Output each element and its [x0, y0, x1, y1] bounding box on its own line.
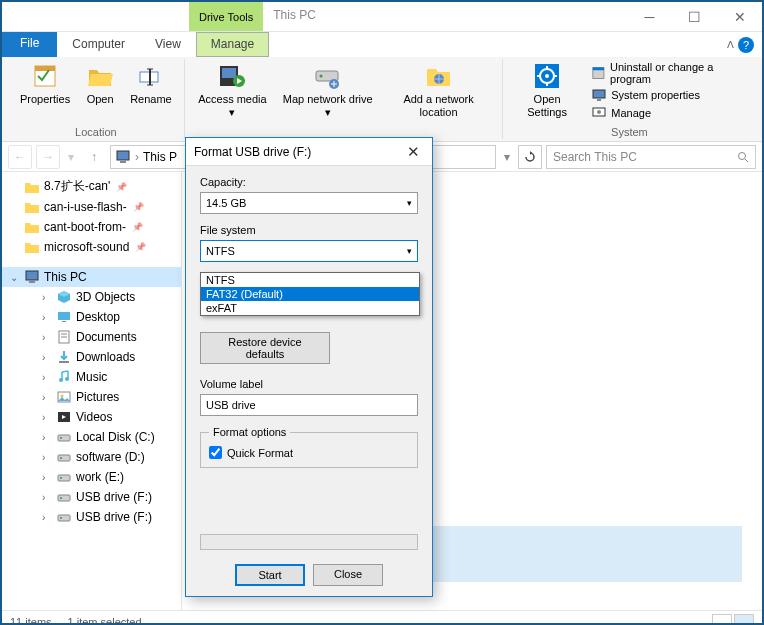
search-input[interactable]: Search This PC [546, 145, 756, 169]
refresh-button[interactable] [518, 145, 542, 169]
status-item-count: 11 items [10, 616, 52, 626]
quick-format-checkbox[interactable]: Quick Format [209, 446, 409, 459]
format-dialog: Format USB drive (F:) ✕ Capacity: 14.5 G… [185, 137, 433, 597]
restore-defaults-button[interactable]: Restore device defaults [200, 332, 330, 364]
help-icon[interactable]: ? [738, 37, 754, 53]
svg-rect-32 [26, 271, 38, 280]
svg-point-30 [739, 152, 746, 159]
view-large-icons-button[interactable] [734, 614, 754, 626]
uninstall-icon [591, 65, 606, 81]
tree-item[interactable]: 8.7扩长-can' [2, 176, 181, 197]
uninstall-program-button[interactable]: Uninstall or change a program [591, 61, 746, 85]
start-button[interactable]: Start [235, 564, 305, 586]
nav-history-button[interactable]: ▾ [64, 145, 78, 169]
tree-item[interactable]: ›USB drive (F:) [2, 487, 181, 507]
manage-button[interactable]: Manage [591, 105, 746, 121]
svg-rect-41 [59, 361, 69, 363]
system-icon [591, 87, 607, 103]
tab-file[interactable]: File [2, 32, 57, 57]
view-details-button[interactable] [712, 614, 732, 626]
map-network-drive-button[interactable]: Map network drive ▾ [276, 59, 379, 137]
address-dropdown-button[interactable]: ▾ [500, 150, 514, 164]
nav-back-button[interactable]: ← [8, 145, 32, 169]
tab-view[interactable]: View [140, 32, 196, 57]
tree-item[interactable]: ›Desktop [2, 307, 181, 327]
tree-item[interactable]: cant-boot-from- [2, 217, 181, 237]
tree-item[interactable]: ›Music [2, 367, 181, 387]
svg-rect-54 [58, 495, 70, 501]
filesystem-option[interactable]: FAT32 (Default) [201, 287, 419, 301]
svg-point-43 [65, 377, 69, 381]
open-settings-button[interactable]: Open Settings [509, 59, 585, 125]
capacity-select[interactable]: 14.5 GB▾ [200, 192, 418, 214]
filesystem-option[interactable]: exFAT [201, 301, 419, 315]
format-options-group: Format options Quick Format [200, 426, 418, 468]
tree-item[interactable]: ›Pictures [2, 387, 181, 407]
dialog-title: Format USB drive (F:) [194, 145, 311, 159]
tree-item[interactable]: ›Documents [2, 327, 181, 347]
ribbon: Properties Open Rename Location Access m… [2, 57, 762, 142]
search-icon [737, 151, 749, 163]
folder-icon [24, 179, 40, 195]
rename-button[interactable]: Rename [124, 59, 178, 125]
access-media-button[interactable]: Access media ▾ [191, 59, 274, 137]
window-title: This PC [263, 2, 627, 31]
contextual-tab-drive-tools: Drive Tools [189, 2, 263, 31]
svg-point-16 [545, 74, 549, 78]
volume-label-input[interactable] [200, 394, 418, 416]
tree-this-pc[interactable]: ⌄ This PC [2, 267, 181, 287]
tree-item[interactable]: ›Downloads [2, 347, 181, 367]
window-titlebar: Drive Tools This PC ─ ☐ ✕ [2, 2, 762, 32]
refresh-icon [524, 151, 536, 163]
tree-item[interactable]: ›3D Objects [2, 287, 181, 307]
tree-item[interactable]: ›Local Disk (C:) [2, 427, 181, 447]
tree-item[interactable]: microsoft-sound [2, 237, 181, 257]
tree-item[interactable]: ›Videos [2, 407, 181, 427]
tree-item[interactable]: ›work (E:) [2, 467, 181, 487]
tab-manage[interactable]: Manage [196, 32, 269, 57]
filesystem-option[interactable]: NTFS [201, 273, 419, 287]
rename-icon [136, 61, 166, 91]
tree-item[interactable]: ›software (D:) [2, 447, 181, 467]
add-network-location-button[interactable]: Add a network location [381, 59, 496, 137]
filesystem-dropdown[interactable]: NTFSFAT32 (Default)exFAT [200, 272, 420, 316]
svg-point-42 [59, 378, 63, 382]
folder-icon [24, 219, 40, 235]
minimize-button[interactable]: ─ [627, 2, 672, 31]
close-button[interactable]: Close [313, 564, 383, 586]
svg-rect-22 [593, 67, 604, 70]
filesystem-select[interactable]: NTFS▾ [200, 240, 418, 262]
nav-up-button[interactable]: ↑ [82, 145, 106, 169]
svg-rect-37 [62, 321, 66, 322]
media-icon [217, 61, 247, 91]
maximize-button[interactable]: ☐ [672, 2, 717, 31]
svg-rect-24 [597, 99, 601, 101]
ribbon-group-location-label: Location [75, 125, 117, 139]
svg-point-11 [319, 75, 322, 78]
properties-icon [30, 61, 60, 91]
settings-icon [532, 61, 562, 91]
close-window-button[interactable]: ✕ [717, 2, 762, 31]
svg-point-57 [60, 517, 62, 519]
open-button[interactable]: Open [78, 59, 122, 125]
svg-point-55 [60, 497, 62, 499]
ribbon-tabs: File Computer View Manage ᐱ ? [2, 32, 762, 57]
properties-button[interactable]: Properties [14, 59, 76, 125]
tab-computer[interactable]: Computer [57, 32, 140, 57]
navigation-tree[interactable]: 8.7扩长-can' can-i-use-flash- cant-boot-fr… [2, 172, 182, 610]
tree-item[interactable]: can-i-use-flash- [2, 197, 181, 217]
system-properties-button[interactable]: System properties [591, 87, 746, 103]
svg-point-26 [597, 110, 601, 114]
dialog-close-button[interactable]: ✕ [403, 143, 424, 161]
svg-rect-28 [120, 161, 126, 163]
tree-item[interactable]: ›USB drive (F:) [2, 507, 181, 527]
ribbon-expand[interactable]: ᐱ ? [719, 32, 762, 57]
svg-rect-50 [58, 455, 70, 461]
manage-icon [591, 105, 607, 121]
svg-point-49 [60, 437, 62, 439]
network-drive-icon [313, 61, 343, 91]
nav-forward-button[interactable]: → [36, 145, 60, 169]
open-folder-icon [85, 61, 115, 91]
svg-rect-7 [222, 68, 236, 78]
svg-line-31 [745, 159, 748, 162]
